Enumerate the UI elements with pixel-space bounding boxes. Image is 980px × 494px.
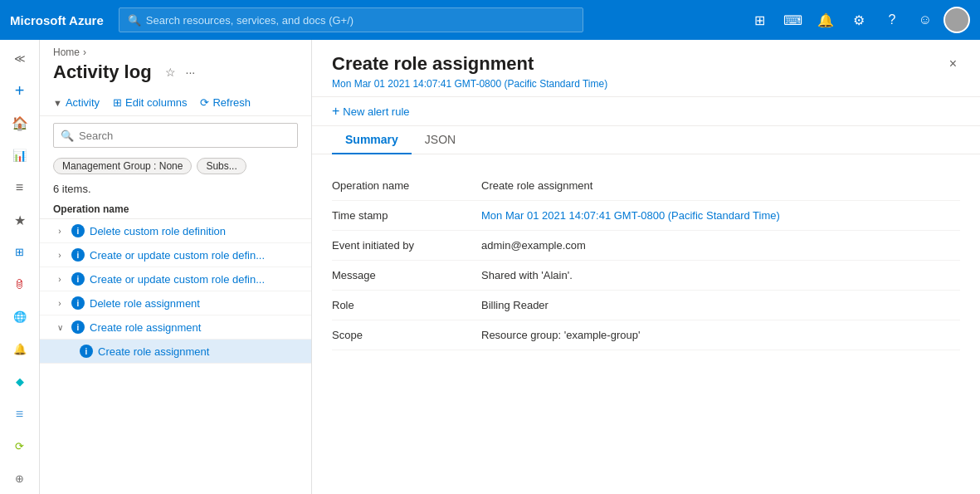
edit-columns-button[interactable]: ⊞ Edit columns xyxy=(113,93,187,112)
right-panel: Create role assignment Mon Mar 01 2021 1… xyxy=(312,40,980,494)
list-icon: ≡ xyxy=(16,180,23,195)
sidebar-item-home[interactable]: 🏠 xyxy=(2,108,38,139)
search-box[interactable]: 🔍 xyxy=(53,123,298,148)
refresh-button[interactable]: ⟳ Refresh xyxy=(200,93,251,112)
sidebar-item-allservices[interactable]: ≡ xyxy=(2,173,38,203)
breadcrumb-separator: › xyxy=(83,46,86,58)
sidebar: ≪ + 🏠 📊 ≡ ★ ⊞ 🛢 🌐 🔔 ◆ xyxy=(0,40,40,494)
sidebar-collapse[interactable]: ≪ xyxy=(2,43,38,74)
detail-row-timestamp: Time stamp Mon Mar 01 2021 14:07:41 GMT-… xyxy=(332,201,960,231)
plus-icon: + xyxy=(15,81,25,100)
columns-icon: ⊞ xyxy=(113,96,122,109)
expand-icon: › xyxy=(53,296,66,310)
user-avatar[interactable] xyxy=(943,7,970,33)
page-title-row: Activity log ☆ ··· xyxy=(40,58,311,90)
list-column-header: Operation name xyxy=(40,200,311,219)
monitor-icon: ⟳ xyxy=(15,440,24,452)
sidebar-item-sql[interactable]: 🛢 xyxy=(2,269,38,300)
panel-subtitle: Mon Mar 01 2021 14:07:41 GMT-0800 (Pacif… xyxy=(332,78,946,90)
resourcegroup-icon: ⊞ xyxy=(15,246,24,258)
list-item[interactable]: ∨ i Create role assignment xyxy=(40,315,311,340)
top-nav-icons: ⊞ ⌨ 🔔 ⚙ ? ☺ xyxy=(744,5,970,35)
activity-label: Activity xyxy=(66,96,100,109)
sidebar-item-dashboard[interactable]: 📊 xyxy=(2,140,38,171)
list-item[interactable]: › i Delete custom role definition xyxy=(40,219,311,243)
panel-header: Create role assignment Mon Mar 01 2021 1… xyxy=(312,40,980,97)
pin-icon[interactable]: ☆ xyxy=(162,64,179,81)
refresh-icon: ⟳ xyxy=(200,96,209,109)
info-icon: i xyxy=(71,320,85,334)
left-panel: Home › Activity log ☆ ··· ▼ Activity ⊞ E… xyxy=(40,40,312,494)
star-icon: ★ xyxy=(14,213,26,228)
info-icon: i xyxy=(71,248,85,262)
portal-menu-icon[interactable]: ⊞ xyxy=(744,5,774,35)
detail-row-initiated: Event initiated by admin@example.com xyxy=(332,231,960,261)
page-title: Activity log xyxy=(53,61,152,83)
sidebar-item-resourcegroups[interactable]: ⊞ xyxy=(2,237,38,268)
sidebar-item-monitor[interactable]: ⟳ xyxy=(2,431,38,462)
detail-row-scope: Scope Resource group: 'example-group' xyxy=(332,320,960,350)
panel-title-section: Create role assignment Mon Mar 01 2021 1… xyxy=(332,53,946,90)
detail-row-role: Role Billing Reader xyxy=(332,291,960,320)
list-item[interactable]: i Create role assignment xyxy=(40,340,311,364)
toolbar: ▼ Activity ⊞ Edit columns ⟳ Refresh xyxy=(40,90,311,116)
expand-icon: › xyxy=(53,248,66,262)
new-alert-rule-button[interactable]: + New alert rule xyxy=(332,104,960,119)
items-count: 6 items. xyxy=(40,178,311,200)
filter-tag-subscription[interactable]: Subs... xyxy=(197,158,246,174)
global-search-input[interactable] xyxy=(146,14,574,27)
advisor-icon: ⊕ xyxy=(15,472,24,485)
sidebar-item-network[interactable]: 🌐 xyxy=(2,301,38,332)
cloud-shell-icon[interactable]: ⌨ xyxy=(778,5,807,35)
sidebar-item-policy[interactable]: ◆ xyxy=(2,366,38,397)
info-icon: i xyxy=(71,296,85,310)
breadcrumb: Home › xyxy=(40,40,311,58)
global-search-box[interactable]: 🔍 xyxy=(119,7,583,32)
filter-tag-management-group[interactable]: Management Group : None xyxy=(53,158,192,174)
close-button[interactable]: × xyxy=(946,53,960,75)
panel-title: Create role assignment xyxy=(332,53,946,75)
list-item[interactable]: › i Delete role assignment xyxy=(40,291,311,315)
detail-row-message: Message Shared with 'Alain'. xyxy=(332,261,960,291)
notification-bell-icon[interactable]: 🔔 xyxy=(811,5,841,35)
expand-icon: › xyxy=(53,272,66,286)
expand-icon: ∨ xyxy=(53,320,66,334)
chevron-down-icon: ▼ xyxy=(53,98,62,108)
chevron-left-icon: ≪ xyxy=(14,52,26,65)
search-icon: 🔍 xyxy=(128,14,141,27)
filter-tags: Management Group : None Subs... xyxy=(40,154,311,178)
list-item[interactable]: › i Create or update custom role defin..… xyxy=(40,243,311,267)
breadcrumb-home[interactable]: Home xyxy=(53,46,80,58)
info-icon: i xyxy=(80,345,93,358)
activity-dropdown[interactable]: ▼ Activity xyxy=(53,93,100,112)
help-icon[interactable]: ? xyxy=(877,5,907,35)
top-navigation: Microsoft Azure 🔍 ⊞ ⌨ 🔔 ⚙ ? ☺ xyxy=(0,0,980,40)
sidebar-item-more[interactable]: ≡ xyxy=(2,399,38,429)
policy-icon: ◆ xyxy=(16,375,24,388)
sidebar-create[interactable]: + xyxy=(2,76,38,106)
tab-summary[interactable]: Summary xyxy=(332,126,412,154)
plus-icon: + xyxy=(332,104,339,119)
sidebar-item-favorites[interactable]: ★ xyxy=(2,205,38,236)
main-content: Home › Activity log ☆ ··· ▼ Activity ⊞ E… xyxy=(40,40,980,494)
sidebar-item-notifications[interactable]: 🔔 xyxy=(2,334,38,364)
info-icon: i xyxy=(71,272,85,286)
ellipsis-icon[interactable]: ··· xyxy=(183,64,199,81)
sql-icon: 🛢 xyxy=(14,278,25,291)
activity-list: › i Delete custom role definition › i Cr… xyxy=(40,219,311,494)
network-icon: 🌐 xyxy=(13,311,27,323)
search-icon: 🔍 xyxy=(61,130,74,142)
panel-body: Operation name Create role assignment Ti… xyxy=(312,154,980,494)
list-item[interactable]: › i Create or update custom role defin..… xyxy=(40,267,311,291)
dashboard-icon: 📊 xyxy=(12,149,27,162)
feedback-icon[interactable]: ☺ xyxy=(910,5,940,35)
tab-json[interactable]: JSON xyxy=(412,126,469,154)
settings-icon[interactable]: ⚙ xyxy=(844,5,874,35)
sidebar-item-advisor[interactable]: ⊕ xyxy=(2,463,38,494)
panel-toolbar: + New alert rule xyxy=(312,97,980,126)
panel-tabs: Summary JSON xyxy=(312,126,980,154)
search-input[interactable] xyxy=(79,130,290,142)
title-icons: ☆ ··· xyxy=(162,64,199,81)
main-layout: ≪ + 🏠 📊 ≡ ★ ⊞ 🛢 🌐 🔔 ◆ xyxy=(0,40,980,494)
brand-name: Microsoft Azure xyxy=(10,13,104,27)
